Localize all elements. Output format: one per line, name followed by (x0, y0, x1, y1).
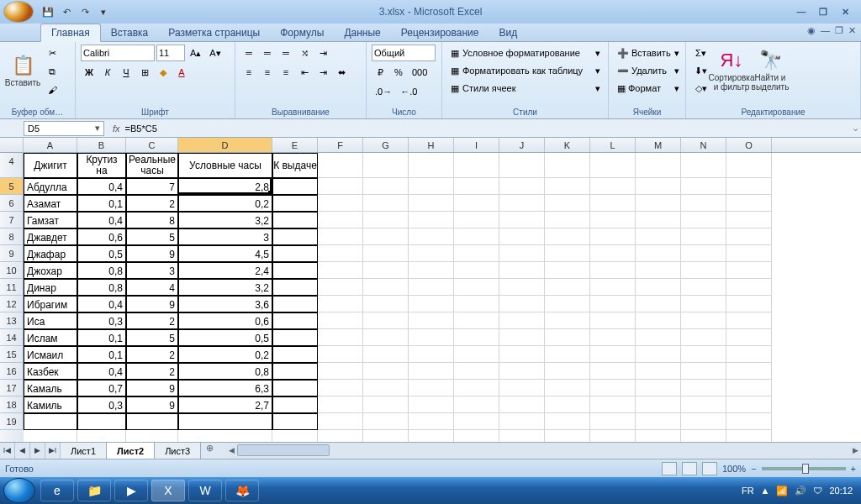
cell[interactable] (363, 413, 409, 430)
cell[interactable] (454, 346, 499, 363)
cell[interactable] (272, 195, 318, 212)
cell[interactable] (499, 329, 545, 346)
row-header[interactable]: 17 (0, 380, 24, 396)
cell[interactable] (454, 178, 499, 195)
cell[interactable] (363, 245, 409, 262)
sheet-nav-prev-icon[interactable]: ◀ (15, 443, 30, 459)
cell[interactable] (590, 153, 636, 178)
cell[interactable] (726, 195, 772, 212)
cell[interactable] (454, 262, 499, 279)
column-header[interactable]: I (454, 138, 499, 152)
increase-indent-icon[interactable]: ⇥ (314, 64, 331, 81)
cell[interactable]: 0,5 (178, 329, 272, 346)
cell[interactable] (409, 279, 454, 296)
help-icon[interactable]: ◉ (807, 25, 816, 36)
cell[interactable] (454, 296, 499, 312)
cell[interactable] (681, 228, 726, 245)
cell[interactable] (590, 212, 636, 228)
cell[interactable] (363, 363, 409, 380)
cell[interactable]: 2,7 (178, 396, 272, 413)
cell[interactable] (726, 245, 772, 262)
tray-flag-icon[interactable]: ▲ (761, 486, 770, 496)
ribbon-tab-6[interactable]: Вид (489, 24, 527, 41)
cell[interactable]: Исмаил (24, 346, 77, 363)
cell[interactable]: 9 (126, 245, 178, 262)
cell[interactable] (590, 346, 636, 363)
cell[interactable]: 2 (126, 346, 178, 363)
cell[interactable] (77, 413, 126, 430)
cell[interactable] (681, 279, 726, 296)
cell[interactable]: 0,7 (77, 380, 126, 396)
currency-icon[interactable]: ₽ (372, 64, 388, 81)
cell[interactable] (272, 262, 318, 279)
cell[interactable] (318, 228, 363, 245)
cell[interactable] (545, 153, 590, 178)
tray-lang[interactable]: FR (742, 486, 754, 496)
cell[interactable] (590, 279, 636, 296)
zoom-slider[interactable] (762, 467, 846, 470)
tray-network-icon[interactable]: 📶 (776, 486, 788, 496)
cell[interactable]: 0,2 (178, 346, 272, 363)
cell[interactable] (636, 346, 681, 363)
cell[interactable] (363, 228, 409, 245)
formula-input[interactable] (125, 123, 849, 134)
decrease-indent-icon[interactable]: ⇤ (296, 64, 313, 81)
cell[interactable]: Камиль (24, 396, 77, 413)
qat-dropdown-icon[interactable]: ▾ (96, 4, 111, 19)
cell[interactable] (409, 430, 454, 442)
tray-shield-icon[interactable]: 🛡 (813, 486, 822, 496)
cell[interactable]: 9 (126, 396, 178, 413)
cell[interactable] (454, 228, 499, 245)
cell[interactable]: 0,5 (77, 245, 126, 262)
cell[interactable] (409, 212, 454, 228)
row-header[interactable]: 5 (0, 178, 24, 195)
cell[interactable]: Джафар (24, 245, 77, 262)
cell[interactable] (363, 262, 409, 279)
column-header[interactable]: A (24, 138, 77, 152)
cell[interactable] (545, 346, 590, 363)
cell[interactable] (636, 329, 681, 346)
cell[interactable]: 3 (178, 228, 272, 245)
column-header[interactable]: C (126, 138, 178, 152)
start-button[interactable] (3, 478, 35, 503)
taskbar-media-icon[interactable]: ▶ (114, 480, 148, 501)
cell[interactable]: 3,2 (178, 212, 272, 228)
close-button[interactable]: ✕ (837, 7, 853, 18)
row-header[interactable]: 15 (0, 346, 24, 363)
cell[interactable] (318, 262, 363, 279)
font-family-combo[interactable] (81, 45, 155, 61)
sheet-nav-first-icon[interactable]: I◀ (0, 443, 15, 459)
ribbon-tab-4[interactable]: Данные (334, 24, 390, 41)
cell[interactable] (726, 430, 772, 442)
cell[interactable] (454, 430, 499, 442)
fx-icon[interactable]: fx (113, 123, 120, 134)
formula-bar-expand-icon[interactable]: ⌄ (849, 123, 861, 134)
cell[interactable]: 2 (126, 363, 178, 380)
cell[interactable] (590, 380, 636, 396)
name-box-dropdown-icon[interactable]: ▾ (95, 123, 100, 134)
taskbar-ie-icon[interactable]: e (40, 480, 74, 501)
name-box[interactable]: D5▾ (24, 121, 104, 136)
cell[interactable] (454, 153, 499, 178)
cell[interactable]: 0,6 (178, 312, 272, 329)
cell[interactable]: Условные часы (178, 153, 272, 178)
cell[interactable] (726, 262, 772, 279)
cell[interactable] (318, 380, 363, 396)
cell[interactable] (636, 228, 681, 245)
cell[interactable] (454, 363, 499, 380)
cell[interactable] (590, 245, 636, 262)
cell[interactable] (318, 212, 363, 228)
align-middle-icon[interactable]: ═ (259, 45, 276, 61)
cell[interactable] (409, 380, 454, 396)
ribbon-tab-3[interactable]: Формулы (270, 24, 334, 41)
border-button[interactable]: ⊞ (136, 64, 153, 81)
column-header[interactable]: J (499, 138, 545, 152)
sheet-nav-last-icon[interactable]: ▶I (45, 443, 61, 459)
cell-styles-button[interactable]: ▦Стили ячеек▾ (447, 80, 604, 97)
number-format-combo[interactable] (372, 45, 436, 61)
cell[interactable] (499, 262, 545, 279)
cell[interactable]: Крутиз на (77, 153, 126, 178)
cell[interactable] (590, 312, 636, 329)
cell[interactable] (590, 195, 636, 212)
cell[interactable] (545, 262, 590, 279)
